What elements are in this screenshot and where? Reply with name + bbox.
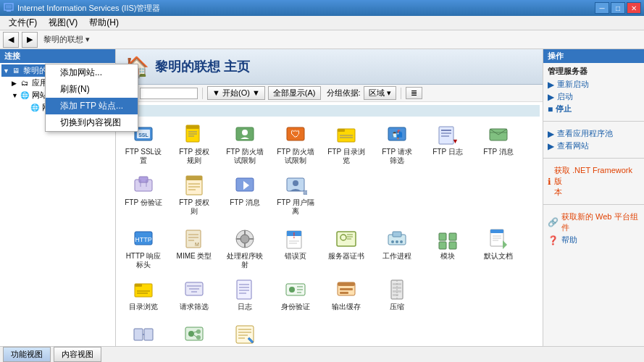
view-apppool-icon: ▶ [548, 129, 554, 139]
icon-handler[interactable]: 处理程序映射 [220, 224, 269, 273]
action-section-view: ▶ 查看应用程序池 ▶ 查看网站 [543, 125, 644, 155]
context-menu-refresh[interactable]: 刷新(N) [46, 81, 115, 98]
icon-ftp-firewall[interactable]: 🛡 FTP 防火墙试限制 [271, 119, 320, 169]
icon-ftp-log[interactable]: FTP 授权规则 [170, 119, 219, 169]
left-panel: 连接 ▼ 🖥 黎明的联想 (黎明… ▶ 🗂 应用程序池 ▼ 🌐 网站 🌐 [0, 49, 116, 346]
toolbar-separator2 [401, 88, 401, 99]
menu-help[interactable]: 帮助(H) [83, 15, 125, 30]
icon-output-cache[interactable]: 输出缓存 [322, 274, 371, 315]
log-label: 日志 [238, 303, 252, 311]
svg-rect-70 [439, 233, 446, 240]
compress-label: 压缩 [390, 303, 404, 311]
ftp-icons-grid: SSL FTP SSL设置 F [119, 119, 540, 219]
icon-ftp-dir[interactable]: FTP 目录浏览 [322, 119, 371, 169]
icon-worker[interactable]: 工作进程 [372, 224, 422, 273]
back-button[interactable]: ◀ [3, 32, 19, 48]
icon-dir-browse[interactable]: 目录浏览 [119, 274, 168, 315]
menu-view[interactable]: 视图(V) [43, 15, 83, 30]
tab-content-view[interactable]: 内容视图 [54, 347, 101, 362]
output-cache-icon [335, 278, 358, 301]
icon-http-headers[interactable]: HTTP HTTP 响应标头 [119, 224, 168, 273]
ftp-dir-icon [335, 123, 358, 146]
icon-feature-delegate[interactable]: 功能委派 [170, 319, 219, 346]
minimize-button[interactable]: ─ [595, 2, 609, 14]
icon-log[interactable]: 日志 [220, 274, 269, 315]
icon-ftp-output[interactable]: FTP 消息 [220, 170, 269, 219]
context-menu-switch-view[interactable]: 切换到内容视图 [46, 114, 115, 131]
svg-point-40 [293, 180, 298, 186]
action-view-sites[interactable]: ▶ 查看网站 [548, 140, 640, 152]
toolbar-separator [202, 88, 203, 99]
svg-point-12 [242, 130, 248, 135]
icon-ftp-user[interactable]: ▩ FTP 用户隔离 [271, 170, 320, 219]
icon-ftp-request[interactable]: 📬 FTP 请求筛选 [372, 119, 422, 169]
context-menu-add-site[interactable]: 添加网站... [46, 64, 115, 81]
icon-error-pages[interactable]: ! 错误页 [271, 224, 320, 273]
mime-icon: M [183, 227, 206, 251]
ftp-request-icon: 📬 [385, 123, 409, 146]
icon-compress[interactable]: 压缩 [372, 274, 422, 315]
tab-feature-view[interactable]: 功能视图 [3, 347, 51, 362]
svg-rect-106 [393, 294, 398, 296]
show-all-btn[interactable]: ▼ 开始(O) ▼ [207, 86, 265, 100]
stop-icon: ■ [548, 104, 553, 114]
action-help[interactable]: ❓ 帮助 [548, 234, 640, 246]
svg-rect-66 [393, 232, 401, 237]
http-headers-icon: HTTP [132, 227, 155, 251]
svg-rect-21 [439, 127, 453, 144]
forward-button[interactable]: ▶ [22, 32, 38, 48]
server-cert-icon [335, 227, 358, 251]
svg-text:M: M [195, 242, 199, 247]
action-get-webplatform[interactable]: 🔗 获取新的 Web 平台组件 [548, 211, 640, 234]
dotnet-label: 获取 .NET Framework 版本 [554, 165, 640, 198]
ftp-firewall-icon: 🛡 [284, 123, 307, 146]
icon-ftp-ftplog[interactable]: ▼ FTP 日志 [423, 119, 472, 169]
ftp-msg-icon [487, 123, 510, 146]
view-btn[interactable]: ≣ [406, 87, 422, 99]
group-all-btn[interactable]: 全部显示(A) [268, 86, 321, 100]
icon-ftp-backup[interactable]: FTP 份验证 [119, 170, 168, 219]
action-get-dotnet[interactable]: ℹ 获取 .NET Framework 版本 [548, 164, 640, 198]
ftp-auth-icon [233, 123, 256, 146]
right-panel: 操作 管理服务器 ▶ 重新启动 ▶ 启动 ■ 停止 ▶ 查看应用程序池 ▶ [543, 49, 644, 346]
svg-rect-108 [134, 329, 143, 340]
svg-rect-16 [338, 129, 345, 132]
icon-shared-config[interactable]: SharedConfigura... [119, 319, 168, 346]
svg-text:▼: ▼ [452, 138, 459, 145]
icon-config-editor[interactable]: 配置编辑器 [220, 319, 269, 346]
context-menu-add-ftp[interactable]: 添加 FTP 站点... [46, 98, 115, 114]
icon-module[interactable]: 模块 [423, 224, 472, 273]
icon-ftp-auth[interactable]: FTP 防火墙试限制 [220, 119, 269, 169]
close-button[interactable]: ✕ [627, 2, 641, 14]
icons-area: FTP SSL FTP SSL设置 [116, 102, 543, 346]
app-icon [3, 2, 14, 14]
restart-label: 重新启动 [557, 79, 589, 90]
icon-ftp-authrule[interactable]: FTP 授权则 [170, 170, 219, 219]
icon-default-doc[interactable]: 默认文档 [474, 224, 523, 273]
menu-file[interactable]: 文件(F) [3, 15, 43, 30]
icon-identity[interactable]: 身份验证 [271, 274, 320, 315]
server-cert-label: 服务器证书 [328, 252, 364, 261]
help-icon: ❓ [548, 235, 559, 245]
ftp-authrule-icon [183, 174, 206, 197]
icon-ftp-msg[interactable]: FTP 消息 [474, 119, 523, 169]
icon-server-cert[interactable]: 服务器证书 [322, 224, 371, 273]
ftp-firewall-label: FTP 防火墙试限制 [277, 148, 314, 165]
action-restart[interactable]: ▶ 重新启动 [548, 78, 640, 90]
filter-input[interactable] [140, 88, 198, 99]
handler-label: 处理程序映射 [227, 252, 263, 269]
svg-rect-99 [338, 282, 355, 286]
icon-mime[interactable]: M MIME 类型 [170, 224, 219, 273]
action-start[interactable]: ▶ 启动 [548, 90, 640, 103]
maximize-button[interactable]: □ [611, 2, 625, 14]
handler-icon [233, 227, 256, 251]
icon-request-filter[interactable]: 请求筛选 [170, 274, 219, 315]
action-view-apppool[interactable]: ▶ 查看应用程序池 [548, 127, 640, 140]
svg-rect-88 [237, 280, 251, 299]
action-stop[interactable]: ■ 停止 [548, 103, 640, 115]
ftp-user-label: FTP 用户隔离 [277, 198, 314, 216]
shared-config-icon [132, 323, 155, 346]
svg-point-112 [188, 331, 194, 337]
svg-rect-101 [340, 292, 348, 294]
group-value-btn[interactable]: 区域 ▾ [364, 86, 396, 100]
